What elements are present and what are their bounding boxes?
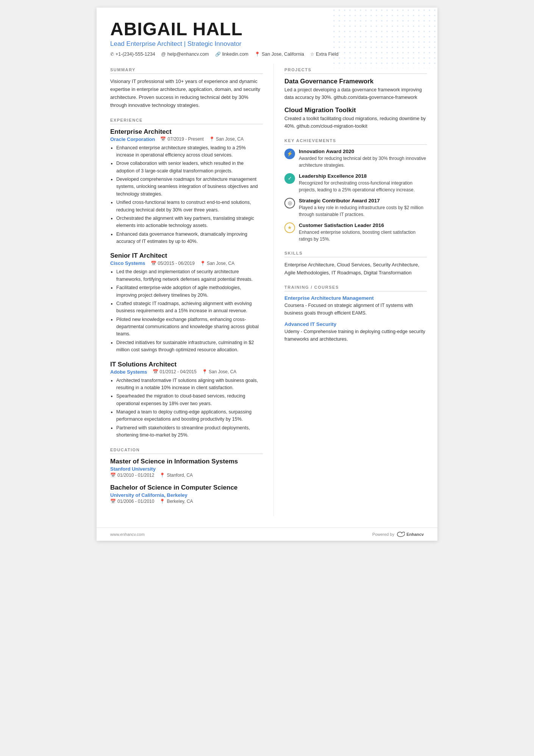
contact-linkedin: 🔗 linkedin.com — [215, 52, 248, 57]
job-oracle: Enterprise Architect Oracle Corporation … — [110, 128, 263, 246]
skills-title: SKILLS — [284, 251, 427, 257]
project-governance: Data Governance Framework Led a project … — [284, 78, 427, 101]
job-company-adobe: Adobe Systems — [110, 369, 147, 375]
project-desc-governance: Led a project developing a data governan… — [284, 86, 427, 101]
training-section: TRAINING / COURSES Enterprise Architectu… — [284, 285, 427, 343]
star-icon: ☆ — [310, 52, 314, 57]
achievement-innovation: ⚡ Innovation Award 2020 Awarded for redu… — [284, 149, 427, 169]
right-column: PROJECTS Data Governance Framework Led a… — [274, 64, 437, 516]
contact-location: 📍 San Jose, California — [255, 52, 304, 57]
job-location-oracle: 📍 San Jose, CA — [209, 136, 244, 142]
edu-masters: Master of Science in Information Systems… — [110, 458, 263, 478]
pin-icon: 📍 — [159, 499, 165, 504]
job-cisco: Senior IT Architect Cisco Systems 📅 05/2… — [110, 252, 263, 354]
achievement-desc-innovation: Awarded for reducing technical debt by 3… — [299, 155, 427, 169]
job-dates-cisco: 📅 05/2015 - 06/2019 — [151, 261, 195, 266]
contact-email: @ help@enhancv.com — [161, 52, 209, 57]
projects-section: PROJECTS Data Governance Framework Led a… — [284, 67, 427, 130]
project-title-cloud: Cloud Migration Toolkit — [284, 106, 427, 114]
edu-bachelors: Bachelor of Science in Computer Science … — [110, 484, 263, 504]
calendar-icon: 📅 — [151, 261, 156, 266]
training-desc-enterprise-arch: Coursera - Focused on strategic alignmen… — [284, 302, 427, 317]
edu-school-berkeley: University of California, Berkeley — [110, 492, 263, 498]
link-icon: 🔗 — [215, 52, 221, 57]
contact-bar: ✆ +1-(234)-555-1234 @ help@enhancv.com 🔗… — [110, 52, 424, 57]
achievement-desc-leadership: Recognized for orchestrating cross-funct… — [299, 180, 427, 193]
edu-meta-masters: 📅 01/2010 - 01/2012 📍 Stanford, CA — [110, 473, 263, 478]
achievements-section: KEY ACHIEVEMENTS ⚡ Innovation Award 2020… — [284, 138, 427, 243]
bullet: Architected transformative IT solutions … — [116, 377, 263, 392]
bullet: Drove collaboration with senior leaders,… — [116, 160, 263, 175]
achievement-title-innovation: Innovation Award 2020 — [299, 149, 427, 154]
job-title-adobe: IT Solutions Architect — [110, 361, 263, 368]
education-section: EDUCATION Master of Science in Informati… — [110, 448, 263, 504]
edu-meta-bachelors: 📅 01/2006 - 01/2010 📍 Berkeley, CA — [110, 499, 263, 504]
job-adobe: IT Solutions Architect Adobe Systems 📅 0… — [110, 361, 263, 439]
achievement-strategic: ◎ Strategic Contributor Award 2017 Playe… — [284, 198, 427, 218]
achievement-leadership: ✓ Leadership Excellence 2018 Recognized … — [284, 173, 427, 193]
pin-icon: 📍 — [159, 473, 165, 478]
achievement-icon-innovation: ⚡ — [284, 149, 295, 159]
achievement-content-customer: Customer Satisfaction Leader 2016 Enhanc… — [299, 222, 427, 243]
job-dates-oracle: 📅 07/2019 - Present — [160, 136, 203, 142]
resume-header: ABIGAIL HALL Lead Enterprise Architect |… — [97, 8, 437, 64]
job-meta-oracle: Oracle Corporation 📅 07/2019 - Present 📍… — [110, 136, 263, 142]
bullet: Developed comprehensive roadmaps for arc… — [116, 176, 263, 198]
candidate-name: ABIGAIL HALL — [110, 20, 424, 39]
project-desc-cloud: Created a toolkit facilitating cloud mig… — [284, 115, 427, 130]
experience-title: EXPERIENCE — [110, 118, 263, 124]
bullet: Enhanced data governance framework, dram… — [116, 231, 263, 246]
achievement-customer: ★ Customer Satisfaction Leader 2016 Enha… — [284, 222, 427, 243]
achievement-icon-customer: ★ — [284, 222, 295, 233]
bullet: Facilitated enterprise-wide adoption of … — [116, 284, 263, 299]
location-icon: 📍 — [255, 52, 260, 57]
resume-container: ABIGAIL HALL Lead Enterprise Architect |… — [97, 8, 437, 541]
skills-text: Enterprise Architecture, Cloud Services,… — [284, 261, 427, 277]
achievement-title-strategic: Strategic Contributor Award 2017 — [299, 198, 427, 203]
achievement-content-strategic: Strategic Contributor Award 2017 Played … — [299, 198, 427, 218]
bullet: Enhanced enterprise architecture strateg… — [116, 144, 263, 159]
job-company-cisco: Cisco Systems — [110, 260, 145, 266]
education-title: EDUCATION — [110, 448, 263, 454]
training-title-enterprise-arch: Enterprise Architecture Management — [284, 295, 427, 301]
achievement-content-leadership: Leadership Excellence 2018 Recognized fo… — [299, 173, 427, 193]
job-bullets-adobe: Architected transformative IT solutions … — [110, 377, 263, 439]
bullet: Piloted new knowledge exchange platforms… — [116, 316, 263, 338]
calendar-icon: 📅 — [160, 136, 166, 142]
contact-phone: ✆ +1-(234)-555-1234 — [110, 52, 155, 57]
calendar-icon: 📅 — [110, 499, 116, 504]
edu-degree-bachelors: Bachelor of Science in Computer Science — [110, 484, 263, 491]
edu-degree-masters: Master of Science in Information Systems — [110, 458, 263, 465]
left-column: SUMMARY Visionary IT professional with 1… — [97, 64, 274, 516]
calendar-icon: 📅 — [153, 369, 158, 374]
bullet: Unified cross-functional teams to constr… — [116, 199, 263, 214]
achievement-title-leadership: Leadership Excellence 2018 — [299, 173, 427, 179]
edu-location-masters: 📍 Stanford, CA — [159, 473, 193, 478]
project-cloud: Cloud Migration Toolkit Created a toolki… — [284, 106, 427, 130]
job-company-oracle: Oracle Corporation — [110, 136, 155, 142]
achievements-title: KEY ACHIEVEMENTS — [284, 138, 427, 145]
projects-title: PROJECTS — [284, 67, 427, 74]
job-dates-adobe: 📅 01/2012 - 04/2015 — [153, 369, 197, 374]
achievement-title-customer: Customer Satisfaction Leader 2016 — [299, 222, 427, 228]
job-title-oracle: Enterprise Architect — [110, 128, 263, 136]
job-meta-cisco: Cisco Systems 📅 05/2015 - 06/2019 📍 San … — [110, 260, 263, 266]
edu-location-bachelors: 📍 Berkeley, CA — [159, 499, 193, 504]
job-location-cisco: 📍 San Jose, CA — [200, 261, 234, 266]
project-title-governance: Data Governance Framework — [284, 78, 427, 85]
bullet: Partnered with stakeholders to streamlin… — [116, 424, 263, 439]
training-title-it-security: Advanced IT Security — [284, 321, 427, 327]
footer-url: www.enhancv.com — [110, 532, 145, 537]
achievement-desc-customer: Enhanced enterprise solutions, boosting … — [299, 229, 427, 243]
candidate-title: Lead Enterprise Architect | Strategic In… — [110, 40, 424, 48]
summary-section: SUMMARY Visionary IT professional with 1… — [110, 67, 263, 109]
bullet: Led the design and implementation of sec… — [116, 268, 263, 283]
summary-title: SUMMARY — [110, 67, 263, 74]
job-bullets-oracle: Enhanced enterprise architecture strateg… — [110, 144, 263, 246]
pin-icon: 📍 — [200, 261, 206, 266]
achievement-icon-strategic: ◎ — [284, 198, 295, 208]
pin-icon: 📍 — [209, 136, 215, 142]
training-desc-it-security: Udemy - Comprehensive training in deploy… — [284, 328, 427, 343]
calendar-icon: 📅 — [110, 473, 116, 478]
summary-text: Visionary IT professional with 10+ years… — [110, 78, 263, 109]
